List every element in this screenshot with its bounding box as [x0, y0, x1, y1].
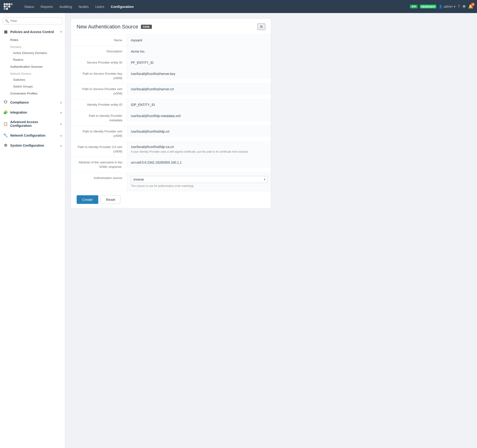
sidebar: 🔍 ▦ Policies and Access Control ▾ Roles … — [0, 13, 65, 448]
form-body: Name mysaml Description Acme Inc. Servic… — [71, 35, 271, 191]
sidebar-item-switches[interactable]: Switches — [0, 76, 65, 83]
form-row-sp-cert: Path to Service Provider cert (x509) /us… — [71, 84, 271, 99]
idp-ca-cert-hint: If your Identity Provider uses a self-si… — [131, 150, 248, 153]
value-auth-source: inverse ▾ The source to use for authoriz… — [127, 173, 271, 191]
value-sp-entity-id: PF_ENTITY_ID — [127, 57, 271, 68]
sidebar-item-realms[interactable]: Realms — [0, 56, 65, 63]
notification-count: 10 — [471, 3, 475, 6]
filter-input[interactable] — [3, 17, 62, 24]
policies-chevron-icon: ▾ — [60, 30, 62, 34]
dashboard-badge[interactable]: dashboard — [420, 5, 436, 8]
advanced-access-icon: 📋 — [3, 122, 8, 126]
nav-auditing[interactable]: Auditing — [57, 3, 75, 11]
sidebar-integration-header[interactable]: 🧩 Integration ▴ — [0, 108, 65, 117]
saml-badge: SAML — [141, 25, 152, 29]
filter-icon: 🔍 — [5, 19, 9, 23]
api-badge[interactable]: API — [410, 5, 417, 8]
form-title-text: New Authentication Source — [77, 24, 138, 30]
form-row-username-attr: Attribute of the username in the SAML re… — [71, 157, 271, 173]
user-menu[interactable]: 👤 admin ▾ — [439, 5, 455, 8]
value-username-attr: urn:oid:0.9.2342.19200300.100.1.1 — [127, 157, 271, 168]
label-idp-cert: Path to Identity Provider cert (x509) — [71, 126, 127, 141]
svg-rect-6 — [8, 6, 10, 7]
sidebar-group-domains: Domains — [0, 44, 65, 50]
sidebar-section-integration: 🧩 Integration ▴ — [0, 108, 65, 117]
system-config-label: System Configuration — [10, 144, 44, 147]
sidebar-section-policies: ▦ Policies and Access Control ▾ Roles Do… — [0, 27, 65, 97]
sidebar-group-network-devices: Network Devices — [0, 70, 65, 76]
main-content: New Authentication Source SAML ✕ Name my… — [65, 13, 477, 448]
form-panel-title: New Authentication Source SAML — [77, 24, 152, 30]
value-sp-key: /usr/local/pf/conf/ssl/server.key — [127, 68, 271, 79]
form-row-idp-entity-id: Identity Provider entity ID IDP_ENTITY_I… — [71, 99, 271, 111]
nav-configuration[interactable]: Configuration — [108, 3, 137, 11]
value-sp-cert: /usr/local/pf/conf/ssl/server.crt — [127, 84, 271, 94]
form-row-description: Description Acme Inc. — [71, 46, 271, 57]
sidebar-item-auth-sources[interactable]: Authentication Sources — [0, 63, 65, 70]
svg-rect-1 — [6, 3, 8, 5]
system-config-icon: ⚙ — [3, 143, 8, 148]
nav-status[interactable]: Status — [21, 3, 37, 11]
notifications-icon[interactable]: 🔔 10 — [468, 4, 473, 9]
svg-rect-4 — [4, 6, 6, 7]
form-panel: New Authentication Source SAML ✕ Name my… — [71, 19, 271, 208]
nav-nodes[interactable]: Nodes — [76, 3, 91, 11]
value-idp-metadata: /usr/local/pf/conf/idp-metadata.xml — [127, 111, 271, 121]
sidebar-item-connection-profiles[interactable]: Connection Profiles — [0, 90, 65, 97]
sidebar-network-config-header[interactable]: 🔧 Network Configuration ▴ — [0, 131, 65, 140]
user-icon: 👤 — [439, 5, 442, 8]
integration-icon: 🧩 — [3, 110, 8, 115]
label-idp-ca-cert: Path to Identity Provider CA cert (x509) — [71, 142, 127, 157]
sidebar-section-compliance: 🛡 Compliance ▴ — [0, 98, 65, 107]
label-idp-metadata: Path to Identity Provider metadata — [71, 111, 127, 126]
form-row-idp-ca-cert: Path to Identity Provider CA cert (x509)… — [71, 142, 271, 157]
auth-source-hint: The source to use for authorization (rul… — [131, 184, 194, 188]
form-row-sp-key: Path to Service Provider key (x509) /usr… — [71, 68, 271, 84]
compliance-label: Compliance — [10, 100, 29, 104]
sidebar-item-active-directory[interactable]: Active Directory Domains — [0, 50, 65, 56]
svg-rect-2 — [8, 3, 10, 5]
sidebar-section-advanced-access: 📋 Advanced Access Configuration ▴ — [0, 118, 65, 130]
form-row-sp-entity-id: Service Provider entity ID PF_ENTITY_ID — [71, 57, 271, 68]
sidebar-section-system-config: ⚙ System Configuration ▴ — [0, 141, 65, 150]
compliance-icon: 🛡 — [3, 100, 8, 105]
sidebar-advanced-access-header[interactable]: 📋 Advanced Access Configuration ▴ — [0, 118, 65, 130]
sidebar-compliance-header[interactable]: 🛡 Compliance ▴ — [0, 98, 65, 107]
form-row-name: Name mysaml — [71, 35, 271, 46]
label-auth-source: Authorization source — [71, 173, 127, 184]
idp-ca-cert-value: /usr/local/pf/conf/ssl/idp-ca.crt — [131, 145, 174, 149]
reset-button[interactable]: Reset — [101, 195, 120, 204]
label-idp-entity-id: Identity Provider entity ID — [71, 99, 127, 110]
label-username-attr: Attribute of the username in the SAML re… — [71, 157, 127, 172]
advanced-access-label: Advanced Access Configuration — [10, 120, 58, 128]
user-label: admin — [444, 5, 453, 8]
tools-icon[interactable]: ✱ — [462, 4, 466, 9]
policies-icon: ▦ — [3, 29, 8, 34]
brand-logo[interactable] — [4, 2, 14, 11]
policies-label: Policies and Access Control — [10, 30, 54, 34]
sidebar-system-config-header[interactable]: ⚙ System Configuration ▴ — [0, 141, 65, 150]
sidebar-item-roles[interactable]: Roles — [0, 36, 65, 44]
navbar: Status Reports Auditing Nodes Users Conf… — [0, 0, 477, 13]
form-row-idp-metadata: Path to Identity Provider metadata /usr/… — [71, 111, 271, 126]
value-name: mysaml — [127, 35, 271, 46]
svg-rect-0 — [4, 3, 6, 5]
form-row-idp-cert: Path to Identity Provider cert (x509) /u… — [71, 126, 271, 142]
sidebar-item-switch-groups[interactable]: Switch Groups — [0, 83, 65, 90]
create-button[interactable]: Create — [77, 195, 98, 204]
nav-users[interactable]: Users — [92, 3, 107, 11]
nav-reports[interactable]: Reports — [38, 3, 56, 11]
help-icon[interactable]: ? — [458, 4, 460, 9]
value-description: Acme Inc. — [127, 46, 271, 57]
sidebar-filter[interactable]: 🔍 — [3, 17, 62, 24]
close-button[interactable]: ✕ — [258, 23, 265, 30]
advanced-access-chevron-icon: ▴ — [60, 122, 62, 125]
integration-chevron-icon: ▴ — [60, 111, 62, 114]
sidebar-policies-header[interactable]: ▦ Policies and Access Control ▾ — [0, 27, 65, 36]
form-footer: Create Reset — [71, 191, 271, 208]
auth-source-select[interactable]: inverse — [131, 176, 268, 183]
network-config-icon: 🔧 — [3, 133, 8, 138]
label-sp-entity-id: Service Provider entity ID — [71, 57, 127, 68]
value-idp-ca-cert: /usr/local/pf/conf/ssl/idp-ca.crt If you… — [127, 142, 271, 157]
label-description: Description — [71, 46, 127, 57]
